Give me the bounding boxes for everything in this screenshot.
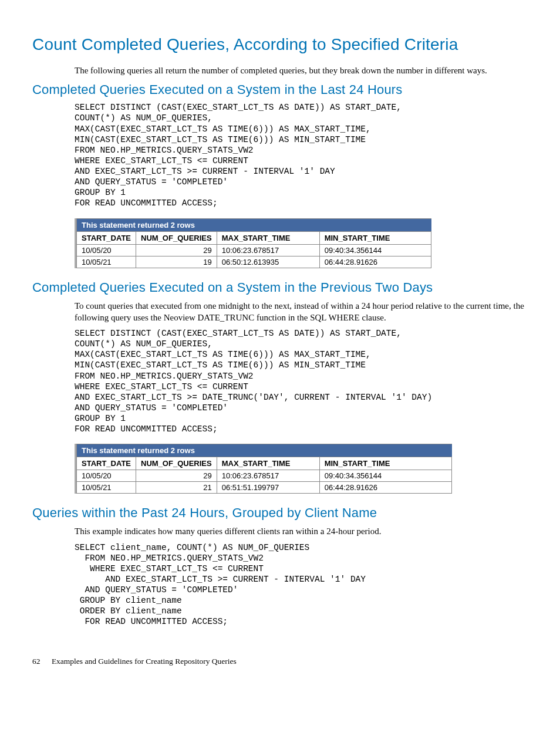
section2-intro: To count queries that executed from one … xyxy=(75,300,528,324)
cell: 06:44:28.91626 xyxy=(319,256,431,268)
result-table-2: This statement returned 2 rows START_DAT… xyxy=(75,444,528,494)
table-row: 10/05/20 29 10:06:23.678517 09:40:34.356… xyxy=(77,470,452,482)
section3-intro: This example indicates how many queries … xyxy=(75,525,528,537)
page-footer: 62 Examples and Guidelines for Creating … xyxy=(32,657,528,666)
result-table-1: This statement returned 2 rows START_DAT… xyxy=(75,218,528,268)
cell: 09:40:34.356144 xyxy=(319,470,451,482)
cell: 10:06:23.678517 xyxy=(217,244,319,256)
result-caption: This statement returned 2 rows xyxy=(76,218,431,231)
chapter-title: Examples and Guidelines for Creating Rep… xyxy=(52,657,237,666)
table-row: 10/05/21 21 06:51:51.199797 06:44:28.916… xyxy=(77,482,452,494)
col-start-date: START_DATE xyxy=(77,231,136,244)
section-heading-3: Queries within the Past 24 Hours, Groupe… xyxy=(32,505,528,521)
section-heading-2: Completed Queries Executed on a System i… xyxy=(32,280,528,295)
cell: 10/05/21 xyxy=(77,482,136,494)
cell: 10/05/20 xyxy=(77,244,136,256)
code-block-3: SELECT client_name, COUNT(*) AS NUM_OF_Q… xyxy=(75,542,528,627)
cell: 21 xyxy=(136,482,217,494)
table-row: 10/05/21 19 06:50:12.613935 06:44:28.916… xyxy=(77,256,431,268)
code-block-1: SELECT DISTINCT (CAST(EXEC_START_LCT_TS … xyxy=(75,102,528,208)
col-num-queries: NUM_OF_QUERIES xyxy=(136,457,217,470)
cell: 09:40:34.356144 xyxy=(319,244,431,256)
col-start-date: START_DATE xyxy=(77,457,136,470)
cell: 06:51:51.199797 xyxy=(217,482,319,494)
cell: 19 xyxy=(136,256,217,268)
cell: 06:44:28.91626 xyxy=(319,482,451,494)
cell: 10/05/21 xyxy=(77,256,136,268)
section-heading-1: Completed Queries Executed on a System i… xyxy=(32,82,528,97)
col-num-queries: NUM_OF_QUERIES xyxy=(136,231,217,244)
cell: 29 xyxy=(136,470,217,482)
cell: 10/05/20 xyxy=(77,470,136,482)
page-number: 62 xyxy=(32,657,41,666)
result-caption: This statement returned 2 rows xyxy=(76,444,452,457)
col-max-start-time: MAX_START_TIME xyxy=(217,231,319,244)
cell: 10:06:23.678517 xyxy=(217,470,319,482)
table-row: 10/05/20 29 10:06:23.678517 09:40:34.356… xyxy=(77,244,431,256)
cell: 06:50:12.613935 xyxy=(217,256,319,268)
col-min-start-time: MIN_START_TIME xyxy=(319,231,431,244)
code-block-2: SELECT DISTINCT (CAST(EXEC_START_LCT_TS … xyxy=(75,328,528,434)
page-title: Count Completed Queries, According to Sp… xyxy=(32,35,528,54)
col-max-start-time: MAX_START_TIME xyxy=(217,457,319,470)
cell: 29 xyxy=(136,244,217,256)
data-table: START_DATE NUM_OF_QUERIES MAX_START_TIME… xyxy=(76,231,431,268)
col-min-start-time: MIN_START_TIME xyxy=(319,457,451,470)
data-table: START_DATE NUM_OF_QUERIES MAX_START_TIME… xyxy=(76,457,452,494)
intro-paragraph: The following queries all return the num… xyxy=(75,65,528,76)
